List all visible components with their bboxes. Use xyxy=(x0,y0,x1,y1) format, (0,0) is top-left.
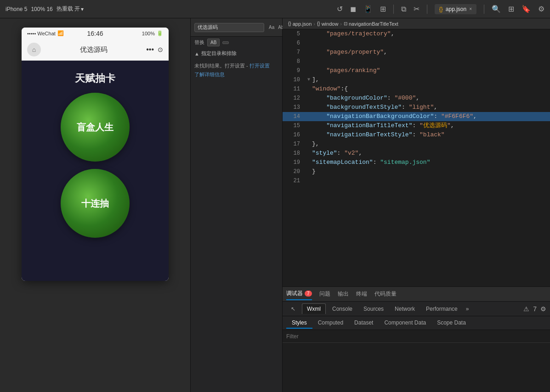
devtools-tab-wxml[interactable]: Wxml xyxy=(302,303,326,314)
phone-headline: 天赋抽卡 xyxy=(75,72,115,85)
scope-data-tab-label: Scope Data xyxy=(437,319,466,326)
code-line-10: 10 ], xyxy=(283,75,550,84)
styles-filter-input[interactable] xyxy=(286,333,546,340)
code-line-8: 8 xyxy=(283,57,550,66)
file-tab-appjson[interactable]: {} app.json × xyxy=(435,4,476,14)
tab-terminal[interactable]: 终端 xyxy=(356,288,367,300)
ten-draw-button[interactable]: 十连抽 xyxy=(61,169,130,238)
breadcrumb-sep-1: › xyxy=(313,21,315,27)
sources-tab-label: Sources xyxy=(363,306,384,312)
bottom-panel: 调试器 7 问题 输出 终端 代码质量 ↖ xyxy=(283,286,550,392)
gear-icon[interactable]: ⚙ xyxy=(538,5,544,13)
styles-tab-dataset[interactable]: Dataset xyxy=(349,318,379,329)
top-toolbar: iPhone 5 100% 16 热重载 开 ▾ ↺ ◼ 📱 ⊞ ⧉ ✂ {} … xyxy=(0,0,550,18)
styles-content xyxy=(283,343,550,392)
devtools-tab-cursor[interactable]: ↖ xyxy=(286,304,300,314)
tab-codequality-label: 代码质量 xyxy=(374,290,397,298)
styles-filter-bar xyxy=(283,330,550,343)
line-content-20: } xyxy=(312,167,550,176)
line-num-19: 19 xyxy=(283,158,306,167)
refresh-icon[interactable]: ↺ xyxy=(337,5,343,13)
styles-tab-label: Styles xyxy=(292,319,307,326)
line-content-18: "style": "v2", xyxy=(312,149,550,158)
styles-tab-computed[interactable]: Computed xyxy=(312,318,349,329)
toolbar-separator xyxy=(393,5,394,14)
code-line-12: 12 "backgroundColor": "#000", xyxy=(283,94,550,103)
split-icon[interactable]: ⊞ xyxy=(380,5,386,13)
status-bar: ••••• WeChat 📶 16:46 100% 🔋 xyxy=(22,28,169,39)
devtools-tab-console[interactable]: Console xyxy=(328,304,357,314)
open-settings-link[interactable]: 打开设置 xyxy=(249,63,270,68)
hotload-button[interactable]: 热重载 开 ▾ xyxy=(57,5,84,13)
match-case-button[interactable]: Aa xyxy=(268,24,275,31)
search-icon[interactable]: 🔍 xyxy=(492,5,501,13)
mobile-icon[interactable]: 📱 xyxy=(363,5,373,13)
wxml-tab-label: Wxml xyxy=(307,306,321,312)
breadcrumb-property: ⊡ navigationBarTitleText xyxy=(344,21,398,27)
debugger-badge: 7 xyxy=(305,291,312,297)
devtools-tab-sources[interactable]: Sources xyxy=(359,304,388,314)
code-line-6: 6 xyxy=(283,39,550,48)
line-content-12: "backgroundColor": "#000", xyxy=(312,94,550,103)
copy-icon[interactable]: ⧉ xyxy=(401,5,406,13)
code-line-16: 16 "navigationBarTextStyle": "black" xyxy=(283,130,550,140)
devtools-tab-performance[interactable]: Performance xyxy=(421,304,462,314)
replace-label: 替换 xyxy=(194,39,204,46)
line-num-18: 18 xyxy=(283,149,306,158)
code-line-5: 5 "pages/trajectory", xyxy=(283,29,550,39)
signal-dots: ••••• WeChat xyxy=(27,31,56,36)
devtools-more-button[interactable]: » xyxy=(466,306,469,312)
main-area: ••••• WeChat 📶 16:46 100% 🔋 ⌂ 优选源码 ••• ⊙ xyxy=(0,18,550,392)
tab-codequality[interactable]: 代码质量 xyxy=(374,288,397,300)
tab-debugger[interactable]: 调试器 7 xyxy=(286,288,312,300)
zoom-label: 100% 16 xyxy=(31,6,52,12)
replace-ab-button[interactable]: AB xyxy=(207,39,220,46)
line-num-16: 16 xyxy=(283,130,306,140)
line-num-14: 14 xyxy=(283,112,306,121)
styles-tab-component-data[interactable]: Component Data xyxy=(379,318,431,329)
styles-tab-styles[interactable]: Styles xyxy=(286,318,312,329)
line-num-9: 9 xyxy=(283,66,306,75)
tab-debugger-label: 调试器 xyxy=(286,290,303,297)
file-tab-close-button[interactable]: × xyxy=(469,6,472,11)
device-label: iPhone 5 xyxy=(6,6,27,12)
component-data-tab-label: Component Data xyxy=(384,319,426,326)
line-content-10: ], xyxy=(312,75,550,84)
devtools-tab-network[interactable]: Network xyxy=(390,304,420,314)
bookmark-icon[interactable]: 🔖 xyxy=(522,5,531,13)
fold-10[interactable] xyxy=(306,75,312,84)
line-num-10: 10 xyxy=(283,75,306,84)
replace-all-button[interactable] xyxy=(222,41,229,44)
search-input[interactable] xyxy=(194,23,264,32)
grid-icon[interactable]: ⊞ xyxy=(508,5,514,13)
performance-tab-label: Performance xyxy=(426,306,458,312)
phone-frame: ••••• WeChat 📶 16:46 100% 🔋 ⌂ 优选源码 ••• ⊙ xyxy=(22,28,169,281)
network-tab-label: Network xyxy=(395,306,415,312)
devtools-settings-icon[interactable]: ⚙ xyxy=(540,305,546,313)
directory-label: 指定目录和排除 xyxy=(201,50,237,57)
code-line-7: 7 "pages/property", xyxy=(283,48,550,57)
styles-tab-scope-data[interactable]: Scope Data xyxy=(431,318,471,329)
wifi-icon: 📶 xyxy=(57,30,64,36)
scissors-icon[interactable]: ✂ xyxy=(414,5,420,13)
directory-collapse-icon[interactable]: ▲ xyxy=(194,51,199,56)
stop-icon[interactable]: ◼ xyxy=(350,5,356,13)
nav-home-button[interactable]: ⌂ xyxy=(27,43,41,56)
dataset-tab-label: Dataset xyxy=(354,319,373,326)
blind-box-button[interactable]: 盲盒人生 xyxy=(61,93,130,162)
battery-pct: 100% xyxy=(142,31,155,36)
learn-more-link[interactable]: 了解详细信息 xyxy=(194,71,278,78)
battery-icon: 🔋 xyxy=(157,30,163,36)
warning-icon: ⚠ xyxy=(523,305,529,313)
code-line-18: 18 "style": "v2", xyxy=(283,149,550,158)
tab-output[interactable]: 输出 xyxy=(338,288,349,300)
editor-content[interactable]: 5 "pages/trajectory", 6 7 "pages/propert… xyxy=(283,29,550,286)
nav-more-dots[interactable]: ••• xyxy=(146,45,154,54)
line-content-19: "sitemapLocation": "sitemap.json" xyxy=(312,158,550,167)
nav-more-icon[interactable]: ⊙ xyxy=(158,46,163,53)
tab-problems[interactable]: 问题 xyxy=(319,288,330,300)
phone-panel: ••••• WeChat 📶 16:46 100% 🔋 ⌂ 优选源码 ••• ⊙ xyxy=(0,18,191,392)
line-num-8: 8 xyxy=(283,57,306,66)
line-num-11: 11 xyxy=(283,84,306,94)
code-line-15: 15 "navigationBarTitleText": "优选源码", xyxy=(283,121,550,130)
